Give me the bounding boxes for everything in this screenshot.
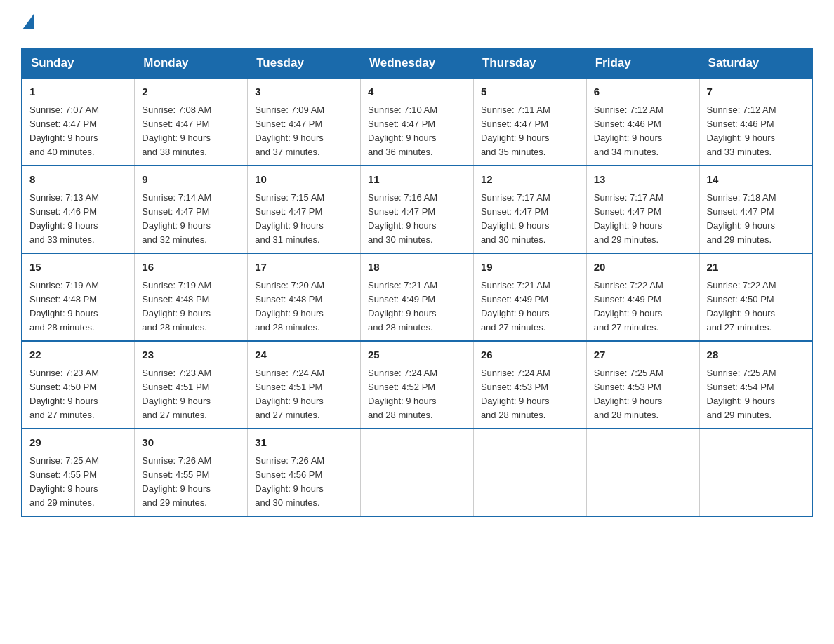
weekday-header-wednesday: Wednesday	[361, 48, 474, 78]
day-info: Sunrise: 7:20 AM Sunset: 4:48 PM Dayligh…	[255, 279, 353, 335]
calendar-day-cell: 11 Sunrise: 7:16 AM Sunset: 4:47 PM Dayl…	[361, 166, 474, 253]
day-info: Sunrise: 7:21 AM Sunset: 4:49 PM Dayligh…	[368, 279, 466, 335]
day-number: 7	[707, 84, 805, 100]
day-number: 5	[481, 84, 579, 100]
calendar-day-cell: 26 Sunrise: 7:24 AM Sunset: 4:53 PM Dayl…	[473, 341, 586, 429]
calendar-day-cell: 20 Sunrise: 7:22 AM Sunset: 4:49 PM Dayl…	[586, 253, 699, 341]
calendar-day-cell: 5 Sunrise: 7:11 AM Sunset: 4:47 PM Dayli…	[473, 78, 586, 166]
day-number: 20	[594, 260, 692, 276]
calendar-day-cell: 12 Sunrise: 7:17 AM Sunset: 4:47 PM Dayl…	[473, 166, 586, 253]
day-info: Sunrise: 7:11 AM Sunset: 4:47 PM Dayligh…	[481, 103, 579, 160]
day-number: 12	[481, 172, 579, 188]
day-info: Sunrise: 7:24 AM Sunset: 4:53 PM Dayligh…	[481, 366, 579, 423]
calendar-table: SundayMondayTuesdayWednesdayThursdayFrid…	[21, 48, 813, 517]
calendar-day-cell: 10 Sunrise: 7:15 AM Sunset: 4:47 PM Dayl…	[248, 166, 361, 253]
calendar-day-cell: 21 Sunrise: 7:22 AM Sunset: 4:50 PM Dayl…	[699, 253, 812, 341]
day-info: Sunrise: 7:23 AM Sunset: 4:50 PM Dayligh…	[29, 366, 127, 423]
day-number: 10	[255, 172, 353, 188]
day-number: 23	[142, 347, 240, 363]
calendar-day-cell: 31 Sunrise: 7:26 AM Sunset: 4:56 PM Dayl…	[248, 429, 361, 516]
day-info: Sunrise: 7:07 AM Sunset: 4:47 PM Dayligh…	[29, 103, 127, 160]
day-number: 3	[255, 84, 353, 100]
day-number: 14	[707, 172, 805, 188]
calendar-body: 1 Sunrise: 7:07 AM Sunset: 4:47 PM Dayli…	[22, 78, 812, 516]
calendar-day-cell: 3 Sunrise: 7:09 AM Sunset: 4:47 PM Dayli…	[248, 78, 361, 166]
day-number: 25	[368, 347, 466, 363]
day-info: Sunrise: 7:23 AM Sunset: 4:51 PM Dayligh…	[142, 366, 240, 423]
day-number: 19	[481, 260, 579, 276]
calendar-day-cell: 13 Sunrise: 7:17 AM Sunset: 4:47 PM Dayl…	[586, 166, 699, 253]
logo	[21, 14, 34, 34]
calendar-day-cell	[699, 429, 812, 516]
day-number: 13	[594, 172, 692, 188]
calendar-week-row: 22 Sunrise: 7:23 AM Sunset: 4:50 PM Dayl…	[22, 341, 812, 429]
weekday-header-saturday: Saturday	[699, 48, 812, 78]
day-number: 15	[29, 260, 127, 276]
day-info: Sunrise: 7:13 AM Sunset: 4:46 PM Dayligh…	[29, 191, 127, 248]
day-info: Sunrise: 7:19 AM Sunset: 4:48 PM Dayligh…	[29, 279, 127, 335]
weekday-header-tuesday: Tuesday	[248, 48, 361, 78]
day-number: 29	[29, 435, 127, 451]
calendar-day-cell: 15 Sunrise: 7:19 AM Sunset: 4:48 PM Dayl…	[22, 253, 135, 341]
day-number: 24	[255, 347, 353, 363]
page-header	[21, 14, 813, 34]
day-number: 30	[142, 435, 240, 451]
day-info: Sunrise: 7:19 AM Sunset: 4:48 PM Dayligh…	[142, 279, 240, 335]
day-number: 21	[707, 260, 805, 276]
day-info: Sunrise: 7:26 AM Sunset: 4:56 PM Dayligh…	[255, 454, 353, 511]
day-number: 31	[255, 435, 353, 451]
day-info: Sunrise: 7:12 AM Sunset: 4:46 PM Dayligh…	[707, 103, 805, 160]
day-info: Sunrise: 7:18 AM Sunset: 4:47 PM Dayligh…	[707, 191, 805, 248]
calendar-day-cell: 28 Sunrise: 7:25 AM Sunset: 4:54 PM Dayl…	[699, 341, 812, 429]
day-info: Sunrise: 7:12 AM Sunset: 4:46 PM Dayligh…	[594, 103, 692, 160]
calendar-day-cell: 23 Sunrise: 7:23 AM Sunset: 4:51 PM Dayl…	[135, 341, 248, 429]
calendar-day-cell: 14 Sunrise: 7:18 AM Sunset: 4:47 PM Dayl…	[699, 166, 812, 253]
calendar-day-cell: 18 Sunrise: 7:21 AM Sunset: 4:49 PM Dayl…	[361, 253, 474, 341]
day-number: 28	[707, 347, 805, 363]
weekday-header-thursday: Thursday	[473, 48, 586, 78]
day-info: Sunrise: 7:22 AM Sunset: 4:49 PM Dayligh…	[594, 279, 692, 335]
calendar-day-cell: 27 Sunrise: 7:25 AM Sunset: 4:53 PM Dayl…	[586, 341, 699, 429]
calendar-day-cell: 1 Sunrise: 7:07 AM Sunset: 4:47 PM Dayli…	[22, 78, 135, 166]
day-number: 16	[142, 260, 240, 276]
day-number: 8	[29, 172, 127, 188]
calendar-day-cell: 9 Sunrise: 7:14 AM Sunset: 4:47 PM Dayli…	[135, 166, 248, 253]
calendar-day-cell: 6 Sunrise: 7:12 AM Sunset: 4:46 PM Dayli…	[586, 78, 699, 166]
calendar-header: SundayMondayTuesdayWednesdayThursdayFrid…	[22, 48, 812, 78]
calendar-day-cell: 4 Sunrise: 7:10 AM Sunset: 4:47 PM Dayli…	[361, 78, 474, 166]
weekday-header-monday: Monday	[135, 48, 248, 78]
day-info: Sunrise: 7:14 AM Sunset: 4:47 PM Dayligh…	[142, 191, 240, 248]
calendar-day-cell: 17 Sunrise: 7:20 AM Sunset: 4:48 PM Dayl…	[248, 253, 361, 341]
day-info: Sunrise: 7:25 AM Sunset: 4:53 PM Dayligh…	[594, 366, 692, 423]
calendar-day-cell: 8 Sunrise: 7:13 AM Sunset: 4:46 PM Dayli…	[22, 166, 135, 253]
day-info: Sunrise: 7:17 AM Sunset: 4:47 PM Dayligh…	[594, 191, 692, 248]
day-info: Sunrise: 7:26 AM Sunset: 4:55 PM Dayligh…	[142, 454, 240, 511]
calendar-week-row: 15 Sunrise: 7:19 AM Sunset: 4:48 PM Dayl…	[22, 253, 812, 341]
day-number: 26	[481, 347, 579, 363]
day-number: 22	[29, 347, 127, 363]
day-info: Sunrise: 7:24 AM Sunset: 4:52 PM Dayligh…	[368, 366, 466, 423]
calendar-day-cell: 30 Sunrise: 7:26 AM Sunset: 4:55 PM Dayl…	[135, 429, 248, 516]
day-info: Sunrise: 7:17 AM Sunset: 4:47 PM Dayligh…	[481, 191, 579, 248]
calendar-day-cell: 2 Sunrise: 7:08 AM Sunset: 4:47 PM Dayli…	[135, 78, 248, 166]
calendar-day-cell: 16 Sunrise: 7:19 AM Sunset: 4:48 PM Dayl…	[135, 253, 248, 341]
calendar-week-row: 1 Sunrise: 7:07 AM Sunset: 4:47 PM Dayli…	[22, 78, 812, 166]
day-number: 17	[255, 260, 353, 276]
weekday-header-row: SundayMondayTuesdayWednesdayThursdayFrid…	[22, 48, 812, 78]
day-number: 27	[594, 347, 692, 363]
day-number: 4	[368, 84, 466, 100]
day-number: 9	[142, 172, 240, 188]
calendar-day-cell	[586, 429, 699, 516]
weekday-header-sunday: Sunday	[22, 48, 135, 78]
calendar-day-cell: 25 Sunrise: 7:24 AM Sunset: 4:52 PM Dayl…	[361, 341, 474, 429]
calendar-day-cell: 7 Sunrise: 7:12 AM Sunset: 4:46 PM Dayli…	[699, 78, 812, 166]
day-info: Sunrise: 7:16 AM Sunset: 4:47 PM Dayligh…	[368, 191, 466, 248]
day-number: 6	[594, 84, 692, 100]
day-info: Sunrise: 7:08 AM Sunset: 4:47 PM Dayligh…	[142, 103, 240, 160]
day-number: 2	[142, 84, 240, 100]
calendar-day-cell: 29 Sunrise: 7:25 AM Sunset: 4:55 PM Dayl…	[22, 429, 135, 516]
calendar-day-cell: 24 Sunrise: 7:24 AM Sunset: 4:51 PM Dayl…	[248, 341, 361, 429]
day-info: Sunrise: 7:10 AM Sunset: 4:47 PM Dayligh…	[368, 103, 466, 160]
logo-triangle-icon	[22, 14, 34, 29]
calendar-week-row: 29 Sunrise: 7:25 AM Sunset: 4:55 PM Dayl…	[22, 429, 812, 516]
